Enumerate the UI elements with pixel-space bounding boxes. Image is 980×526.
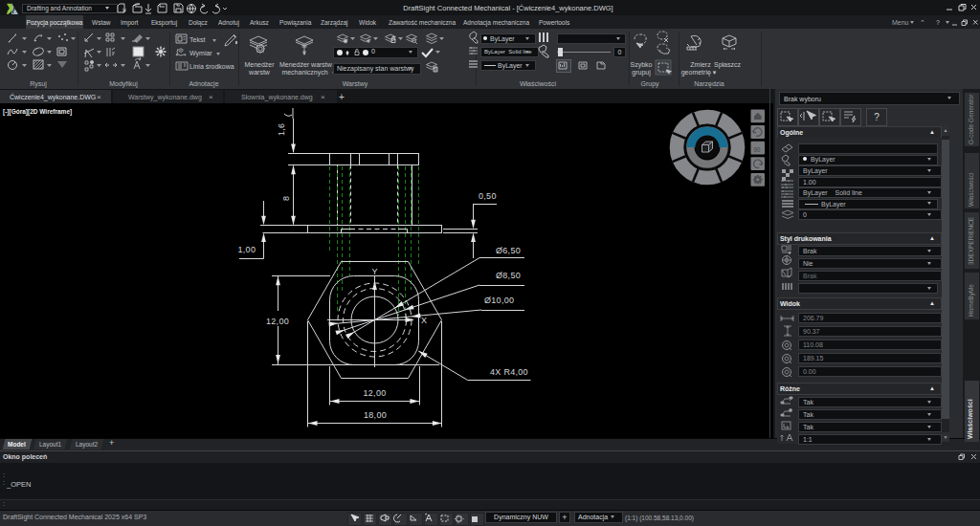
svg-text:12,00: 12,00: [266, 317, 289, 326]
svg-text:8: 8: [281, 196, 291, 201]
svg-text:4X R4,00: 4X R4,00: [490, 367, 528, 377]
svg-text:Ø6,50: Ø6,50: [496, 246, 521, 255]
svg-text:Ø10,00: Ø10,00: [484, 296, 514, 305]
svg-text:0,50: 0,50: [479, 191, 497, 201]
svg-text:18,00: 18,00: [364, 410, 387, 420]
svg-text:X: X: [421, 316, 427, 325]
svg-text:Y: Y: [371, 267, 377, 276]
svg-text:1,6: 1,6: [277, 123, 286, 136]
svg-text:12,00: 12,00: [363, 388, 386, 398]
svg-text:1,00: 1,00: [238, 245, 256, 254]
svg-text:90: 90: [753, 146, 761, 153]
svg-text:Ø8,50: Ø8,50: [496, 271, 521, 280]
